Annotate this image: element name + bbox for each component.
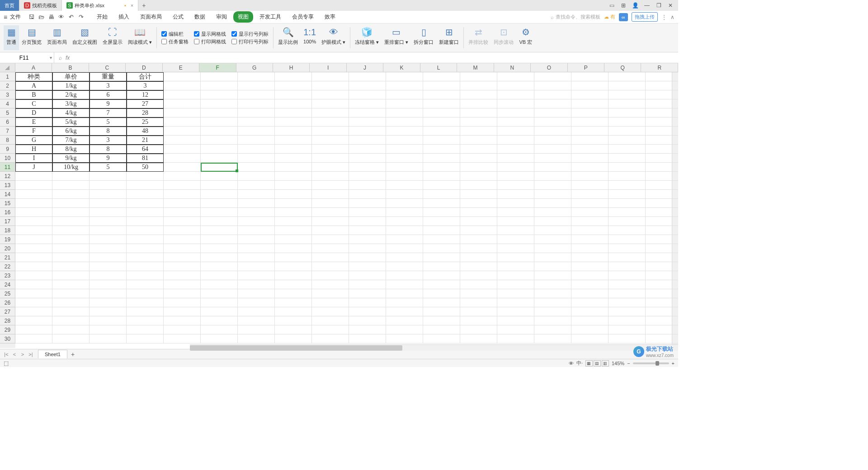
fx-label[interactable]: fx bbox=[66, 55, 70, 61]
col-header-G[interactable]: G bbox=[236, 63, 273, 72]
cell[interactable] bbox=[497, 217, 534, 226]
row-header-17[interactable]: 17 bbox=[0, 217, 15, 226]
cell[interactable] bbox=[423, 289, 460, 298]
cell[interactable] bbox=[275, 208, 312, 217]
cell[interactable] bbox=[90, 190, 127, 199]
cell[interactable] bbox=[609, 154, 646, 163]
cell[interactable] bbox=[275, 298, 312, 307]
table-cell[interactable]: 9 bbox=[90, 154, 127, 163]
cell[interactable] bbox=[275, 108, 312, 118]
cell[interactable] bbox=[497, 108, 534, 118]
cell[interactable] bbox=[423, 136, 460, 145]
ribbon-tool-5[interactable]: ▯拆分窗口 bbox=[411, 25, 436, 50]
cell[interactable] bbox=[534, 190, 571, 199]
cell[interactable] bbox=[52, 289, 90, 298]
cell[interactable] bbox=[460, 325, 497, 334]
cell[interactable] bbox=[164, 136, 201, 145]
cell[interactable] bbox=[609, 334, 646, 343]
cell[interactable] bbox=[164, 244, 201, 253]
cell[interactable] bbox=[349, 127, 386, 136]
close-button[interactable]: ✕ bbox=[666, 1, 675, 9]
cell[interactable] bbox=[164, 307, 201, 316]
table-cell[interactable]: 25 bbox=[127, 118, 164, 127]
table-cell[interactable]: 7 bbox=[90, 108, 127, 118]
cell[interactable] bbox=[423, 271, 460, 280]
cell[interactable] bbox=[571, 172, 609, 181]
cell[interactable] bbox=[349, 316, 386, 325]
cell[interactable] bbox=[15, 307, 52, 316]
sheet-nav-prev[interactable]: < bbox=[11, 351, 18, 358]
cell[interactable] bbox=[609, 81, 646, 90]
cell[interactable] bbox=[164, 127, 201, 136]
cell[interactable] bbox=[201, 172, 238, 181]
cell[interactable] bbox=[312, 72, 349, 81]
cell[interactable] bbox=[52, 181, 90, 190]
cell[interactable] bbox=[534, 208, 571, 217]
cell[interactable] bbox=[534, 226, 571, 235]
cell[interactable] bbox=[423, 127, 460, 136]
cell[interactable] bbox=[15, 271, 52, 280]
col-header-J[interactable]: J bbox=[347, 63, 383, 72]
cell[interactable] bbox=[201, 72, 238, 81]
ribbon-view-1[interactable]: ▤分页预览 bbox=[19, 25, 44, 50]
cell[interactable] bbox=[52, 208, 90, 217]
cell[interactable] bbox=[386, 108, 423, 118]
cell[interactable] bbox=[275, 118, 312, 127]
cell[interactable] bbox=[164, 199, 201, 208]
cell[interactable] bbox=[349, 99, 386, 108]
cell[interactable] bbox=[349, 208, 386, 217]
cell[interactable] bbox=[312, 334, 349, 343]
cell[interactable] bbox=[201, 108, 238, 118]
cell[interactable] bbox=[646, 72, 678, 81]
cell[interactable] bbox=[646, 90, 678, 99]
cell[interactable] bbox=[312, 145, 349, 154]
cell[interactable] bbox=[201, 271, 238, 280]
cell[interactable] bbox=[164, 316, 201, 325]
cell[interactable] bbox=[386, 271, 423, 280]
cell[interactable] bbox=[312, 262, 349, 271]
cell[interactable] bbox=[646, 190, 678, 199]
cell[interactable] bbox=[164, 226, 201, 235]
cell[interactable] bbox=[423, 172, 460, 181]
table-header[interactable]: 重量 bbox=[90, 72, 127, 81]
table-cell[interactable]: 28 bbox=[127, 108, 164, 118]
cell[interactable] bbox=[349, 280, 386, 289]
cell[interactable] bbox=[15, 298, 52, 307]
cell[interactable] bbox=[312, 118, 349, 127]
cell[interactable] bbox=[646, 81, 678, 90]
cell[interactable] bbox=[646, 235, 678, 244]
cell[interactable] bbox=[423, 90, 460, 99]
ribbon-view-2[interactable]: ▥页面布局 bbox=[44, 25, 70, 50]
user-icon[interactable]: 👤 bbox=[631, 1, 639, 9]
cell[interactable] bbox=[312, 90, 349, 99]
ribbon-check-显示行号列标[interactable]: 显示行号列标 bbox=[231, 31, 269, 38]
cell[interactable] bbox=[349, 298, 386, 307]
cell[interactable] bbox=[349, 90, 386, 99]
cell[interactable] bbox=[460, 181, 497, 190]
cell[interactable] bbox=[423, 81, 460, 90]
cell[interactable] bbox=[349, 190, 386, 199]
cell[interactable] bbox=[497, 199, 534, 208]
cell[interactable] bbox=[127, 235, 164, 244]
cell[interactable] bbox=[571, 235, 609, 244]
cell[interactable] bbox=[460, 217, 497, 226]
cell[interactable] bbox=[312, 127, 349, 136]
cell[interactable] bbox=[52, 244, 90, 253]
cell[interactable] bbox=[164, 298, 201, 307]
col-header-H[interactable]: H bbox=[273, 63, 310, 72]
cell[interactable] bbox=[238, 145, 275, 154]
cell[interactable] bbox=[275, 307, 312, 316]
cell[interactable] bbox=[275, 145, 312, 154]
preview-icon[interactable]: 👁 bbox=[57, 13, 65, 21]
row-header-5[interactable]: 5 bbox=[0, 108, 15, 118]
row-header-25[interactable]: 25 bbox=[0, 289, 15, 298]
cell[interactable] bbox=[497, 118, 534, 127]
row-header-11[interactable]: 11 bbox=[0, 163, 15, 172]
cell[interactable] bbox=[201, 325, 238, 334]
cell[interactable] bbox=[646, 298, 678, 307]
cell[interactable] bbox=[349, 154, 386, 163]
cell[interactable] bbox=[386, 190, 423, 199]
cell[interactable] bbox=[386, 298, 423, 307]
cell[interactable] bbox=[646, 280, 678, 289]
cell[interactable] bbox=[90, 289, 127, 298]
